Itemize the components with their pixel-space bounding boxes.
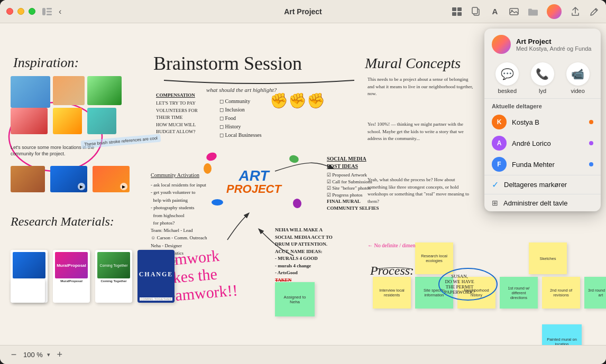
sticky-assigned-neha: Assigned to Neha: [275, 282, 315, 316]
popup-title-area: Art Project Med Kostya, André og Funda: [516, 38, 591, 52]
neha-note: NEHA WILL MAKE A SOCIAL MEDIA ACCT TO DR…: [275, 227, 333, 284]
mural-concepts-heading: Mural Concepts: [365, 55, 461, 72]
inspiration-image-2: [53, 76, 85, 105]
mural-concepts-text2: Yes! 100%! — thinking we might partner w…: [368, 121, 473, 143]
inspiration-image-6: [87, 108, 116, 134]
participant-kostya[interactable]: K Kostya B: [484, 111, 601, 133]
svg-rect-9: [472, 7, 478, 14]
participant-funda[interactable]: F Funda Mehter: [484, 154, 601, 175]
popup-title: Art Project: [516, 38, 591, 45]
table-icon[interactable]: [452, 6, 462, 17]
svg-rect-5: [457, 7, 462, 11]
compensation-text: LET'S TRY TO PAYVOLUNTEERS FORTHEIR TIME…: [156, 100, 198, 136]
doc-change: CHANGE COMING TOGETHER: [137, 250, 175, 303]
video-label: video: [571, 88, 584, 94]
copy-icon[interactable]: [471, 6, 481, 17]
compensation-heading: COMPENSATION: [156, 92, 195, 99]
maximize-button[interactable]: [29, 8, 35, 15]
svg-rect-1: [47, 8, 52, 10]
svg-rect-10: [510, 8, 518, 15]
inspiration-heading: Inspiration:: [13, 55, 79, 71]
community-activation: Community Activation - ask local residen…: [151, 171, 206, 227]
sticky-sketches: Sketches: [529, 242, 567, 274]
popup-header: Art Project Med Kostya, André og Funda: [484, 29, 601, 58]
name-kostya: Kostya B: [512, 118, 584, 126]
image-icon[interactable]: [509, 6, 519, 17]
message-icon: 💬: [495, 62, 519, 86]
manage-icon: ⊞: [492, 199, 498, 207]
inspiration-image-5: [53, 108, 82, 134]
sticky-1st-round: 1st round w/ different directions: [500, 277, 538, 309]
art-highlight-question: what should the art highlight?: [206, 87, 277, 93]
project-text: PROJECT: [226, 183, 281, 195]
sticky-interview: Interview local residents: [373, 277, 411, 309]
action-audio[interactable]: 📞 lyd: [531, 62, 554, 94]
indicator-kostya: [589, 120, 593, 124]
name-funda: Funda Mehter: [512, 161, 584, 169]
avatar-kostya: K: [492, 115, 507, 129]
zoom-out-button[interactable]: −: [8, 350, 19, 360]
video-icon: 📹: [566, 62, 590, 86]
sticky-painted-mural: Painted mural on location: [542, 324, 582, 345]
art-text: ART: [238, 169, 269, 183]
brainstorm-heading: Brainstorm Session: [153, 52, 302, 74]
inspiration-image-8: ▶: [50, 166, 87, 192]
process-heading: Process:: [370, 264, 414, 278]
participant-andre[interactable]: A André Lorico: [484, 133, 601, 154]
share-icon[interactable]: [570, 6, 581, 17]
traffic-lights: [6, 8, 35, 15]
topics-list: ◻ Community ◻ Inclusion ◻ Food ◻ History…: [219, 97, 262, 139]
sticky-3rd-round: 3rd round final art: [584, 277, 606, 309]
option-markers[interactable]: ✓ Deltageres markører: [484, 175, 601, 194]
indicator-andre: [589, 141, 593, 145]
avatar-andre: A: [492, 136, 507, 151]
inspiration-image-7: [11, 166, 45, 192]
markers-label: Deltageres markører: [504, 181, 567, 189]
action-message[interactable]: 💬 besked: [495, 62, 519, 94]
inspiration-image-9: ▶: [93, 166, 130, 192]
doc-mural-proposal-2: MuralProposal MuralProposal: [53, 250, 90, 303]
close-button[interactable]: [6, 8, 13, 15]
zoom-chevron[interactable]: ▾: [47, 351, 50, 358]
fist-emoji: ✊✊✊: [270, 92, 325, 109]
sticky-research-ecologies: Research local ecologies: [415, 242, 453, 274]
titlebar: ‹ Art Project A: [0, 0, 606, 23]
text-format-icon[interactable]: A: [490, 6, 500, 17]
action-video[interactable]: 📹 video: [566, 62, 590, 94]
research-heading: Research Materials:: [11, 214, 114, 229]
back-button[interactable]: ‹: [57, 6, 63, 17]
sticky-2nd-round: 2nd round of revisions: [542, 277, 580, 309]
audio-label: lyd: [539, 88, 546, 94]
doc-small-1: [11, 279, 45, 303]
zoom-in-button[interactable]: +: [54, 350, 65, 360]
inspiration-image-4: [11, 108, 48, 134]
popup-actions: 💬 besked 📞 lyd 📹 video: [484, 58, 601, 99]
minimize-button[interactable]: [17, 8, 24, 15]
folder-icon[interactable]: [528, 6, 538, 17]
mural-concepts-text3: Yeah, what should the process be? How ab…: [368, 176, 473, 205]
doc-coming-together: Coming Together Coming Together: [95, 250, 132, 303]
svg-rect-2: [47, 11, 52, 12]
art-project-logo: ART PROJECT: [219, 161, 288, 203]
svg-rect-0: [42, 8, 45, 15]
sidebar-toggle-icon[interactable]: [42, 6, 52, 17]
inspiration-image-3: [87, 76, 122, 105]
message-label: besked: [498, 88, 517, 94]
titlebar-icons: A: [452, 4, 600, 19]
option-manage[interactable]: ⊞ Administrer delt tavle: [484, 194, 601, 211]
participants-section-title: Aktuelle deltagere: [484, 99, 601, 111]
susan-permit-note: SUSAN,DO WE HAVETHE PERMITPAPERWORK?: [444, 274, 475, 295]
svg-rect-6: [452, 12, 456, 16]
brush-note: These brush stroke references are cool: [81, 134, 161, 148]
user-avatar[interactable]: [547, 4, 562, 19]
inspiration-image-1: [11, 76, 50, 108]
name-andre: André Lorico: [512, 139, 584, 147]
indicator-funda: [589, 162, 593, 166]
phone-icon: 📞: [531, 62, 554, 86]
avatar-funda: F: [492, 157, 507, 172]
markers-check-icon: ✓: [492, 180, 499, 190]
bottombar: − 100 % ▾ +: [0, 345, 606, 364]
popup-avatar: [492, 35, 511, 54]
edit-icon[interactable]: [589, 6, 600, 17]
window-title: Art Project: [284, 7, 322, 16]
